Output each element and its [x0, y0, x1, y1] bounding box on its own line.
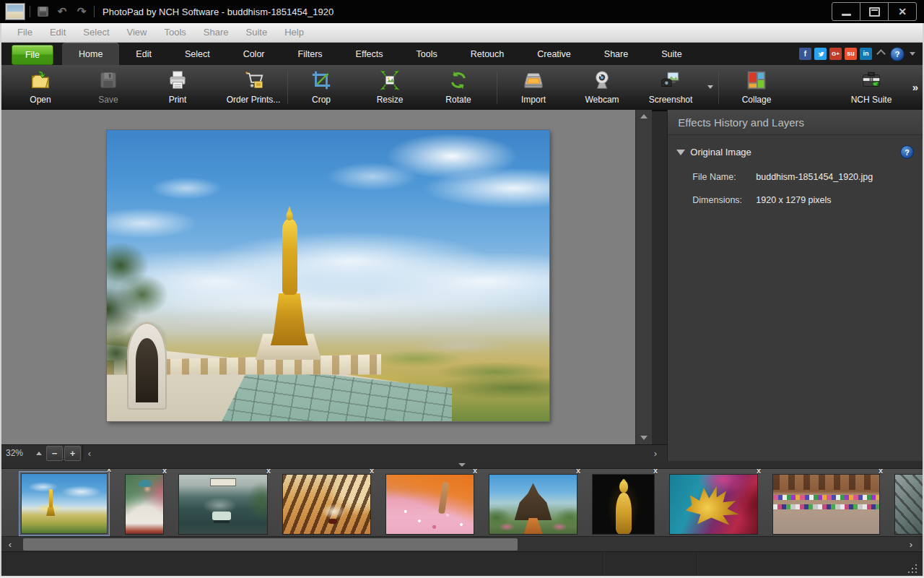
tab-tools[interactable]: Tools [400, 43, 454, 65]
close-thumbnail-icon[interactable]: x [370, 469, 374, 475]
thumbnail-image[interactable] [489, 475, 577, 534]
file-name-label: File Name: [692, 172, 756, 182]
screenshot-button[interactable]: Screenshot [642, 68, 699, 108]
filmstrip-splitter[interactable] [1, 461, 923, 469]
zoom-out-button[interactable]: − [46, 446, 63, 461]
tab-creative[interactable]: Creative [520, 43, 588, 65]
close-thumbnail-icon[interactable]: x [879, 469, 883, 475]
scroll-left-icon[interactable]: ‹ [83, 445, 96, 462]
import-button[interactable]: Import [505, 68, 562, 108]
google-plus-icon[interactable]: G+ [829, 48, 842, 60]
thumbnail-image[interactable] [895, 475, 923, 534]
zoom-level-value[interactable]: 32% [1, 448, 35, 458]
close-button[interactable]: ✕ [888, 3, 916, 20]
original-image-section[interactable]: Original Image ? [676, 145, 914, 159]
expand-triangle-icon[interactable] [676, 150, 685, 155]
thumbnail-temple[interactable]: x [489, 475, 577, 534]
thumbnail-image[interactable] [386, 475, 474, 534]
horizontal-scrollbar[interactable]: ‹ › [82, 445, 668, 462]
thumbnail-monk-petals[interactable]: x [386, 475, 474, 534]
close-thumbnail-icon[interactable]: x [653, 469, 658, 475]
tab-retouch[interactable]: Retouch [454, 43, 521, 65]
filmstrip-scroll-right-icon[interactable]: › [904, 537, 918, 552]
menu-help[interactable]: Help [276, 23, 313, 42]
zoom-dropdown-icon[interactable] [36, 452, 42, 455]
redo-button[interactable]: ↷ [74, 5, 89, 18]
thumbnail-image[interactable] [773, 475, 879, 534]
tab-effects[interactable]: Effects [339, 43, 400, 65]
rotate-button[interactable]: Rotate [430, 68, 487, 108]
scroll-right-icon[interactable]: › [649, 445, 662, 462]
close-thumbnail-icon[interactable]: x [162, 469, 167, 475]
toolbar-overflow-icon[interactable]: » [912, 81, 918, 93]
menu-edit[interactable]: Edit [41, 23, 74, 42]
save-button[interactable]: Save [80, 68, 136, 108]
nch-suite-button[interactable]: NCH Suite [843, 68, 899, 108]
close-thumbnail-icon[interactable]: x [473, 469, 477, 475]
print-button[interactable]: Print [149, 68, 206, 108]
filmstrip-scroll-left-icon[interactable]: ‹ [3, 537, 17, 552]
thumbnail-tiger[interactable]: x [283, 475, 370, 534]
thumbnail-gold-buddha[interactable]: x [593, 475, 654, 534]
undo-button[interactable]: ↶ [55, 5, 69, 18]
menu-view[interactable]: View [118, 23, 156, 42]
zoom-in-button[interactable]: + [64, 446, 81, 461]
close-thumbnail-icon[interactable]: x [266, 469, 271, 475]
quick-save-button[interactable] [35, 5, 50, 18]
filmstrip-scrollbar[interactable]: ‹ › [1, 536, 923, 552]
menu-share[interactable]: Share [195, 23, 237, 42]
linkedin-icon[interactable]: in [860, 48, 872, 60]
resize-button[interactable]: Resize [362, 68, 418, 108]
minimize-button[interactable] [832, 3, 860, 20]
vertical-scrollbar[interactable] [635, 110, 652, 444]
tab-suite[interactable]: Suite [645, 43, 699, 65]
thumbnail-buddha-landscape[interactable]: x [19, 471, 110, 536]
screenshot-dropdown-icon[interactable] [707, 85, 713, 89]
thumbnail-image[interactable] [283, 475, 370, 534]
thumbnail-golden-dragon[interactable]: x [670, 475, 757, 534]
menu-suite[interactable]: Suite [237, 23, 276, 42]
tab-filters[interactable]: Filters [282, 43, 339, 65]
close-thumbnail-icon[interactable]: x [107, 469, 111, 473]
tab-select[interactable]: Select [168, 43, 227, 65]
stumbleupon-icon[interactable]: su [845, 48, 857, 60]
scroll-up-icon[interactable] [640, 114, 648, 118]
facebook-icon[interactable]: f [799, 48, 811, 60]
thumbnail-image[interactable] [593, 475, 654, 534]
twitter-icon[interactable] [814, 48, 827, 60]
thumbnail-image[interactable] [126, 475, 163, 534]
menu-select[interactable]: Select [74, 23, 118, 42]
menu-file[interactable]: File [9, 23, 41, 42]
thumbnail-image[interactable] [22, 474, 107, 533]
photo-buddha-statue [282, 219, 297, 295]
thumbnail-bicycle[interactable] [895, 475, 923, 534]
close-icon: ✕ [898, 7, 907, 17]
thumbnail-tuktuk-taxi[interactable]: x [179, 475, 267, 534]
thumbnail-image[interactable] [179, 475, 267, 534]
tab-color[interactable]: Color [227, 43, 282, 65]
panel-help-button[interactable]: ? [900, 145, 914, 159]
resize-grip[interactable] [907, 563, 917, 573]
collage-button[interactable]: Collage [728, 68, 785, 108]
collapse-filmstrip-icon[interactable] [458, 463, 466, 467]
open-button[interactable]: Open [12, 68, 69, 108]
close-thumbnail-icon[interactable]: x [576, 469, 580, 475]
collapse-ribbon-icon[interactable] [876, 49, 886, 59]
help-dropdown-icon[interactable] [910, 52, 915, 56]
tab-share[interactable]: Share [588, 43, 645, 65]
help-button[interactable]: ? [890, 47, 905, 61]
thumbnail-image[interactable] [670, 475, 757, 534]
tab-home[interactable]: Home [62, 43, 119, 65]
scroll-down-icon[interactable] [640, 436, 648, 440]
menu-tools[interactable]: Tools [155, 23, 194, 42]
order-prints-button[interactable]: Order Prints... [217, 68, 289, 108]
thumbnail-hill-tribe-woman[interactable]: x [126, 475, 163, 534]
thumbnail-shoes-steps[interactable]: x [773, 475, 879, 534]
maximize-button[interactable] [860, 3, 888, 20]
tab-file[interactable]: File [12, 45, 53, 65]
tab-edit[interactable]: Edit [119, 43, 168, 65]
crop-button[interactable]: Crop [293, 68, 349, 108]
webcam-button[interactable]: Webcam [574, 68, 630, 108]
close-thumbnail-icon[interactable]: x [757, 469, 761, 475]
filmstrip-scrollbar-thumb[interactable] [23, 538, 518, 551]
